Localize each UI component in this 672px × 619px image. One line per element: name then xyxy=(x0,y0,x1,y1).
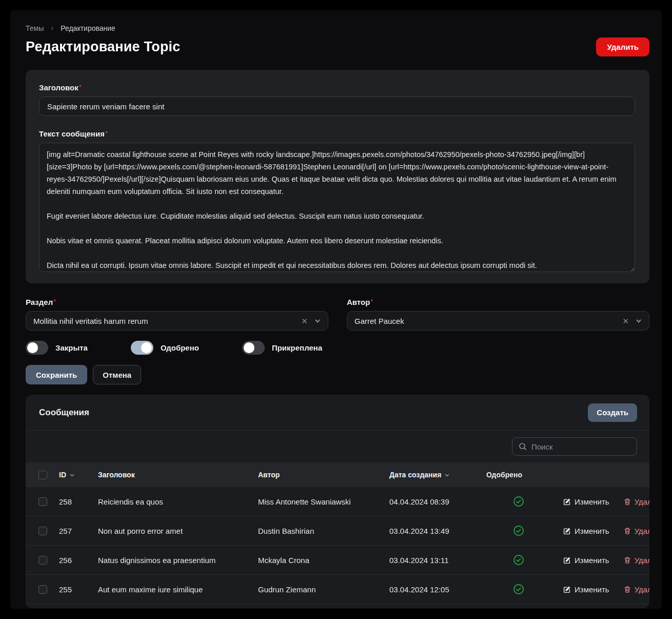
author-select-value: Garret Paucek xyxy=(354,317,622,325)
toggle-closed[interactable]: Закрыта xyxy=(26,341,88,355)
cell-approved xyxy=(486,584,563,595)
clear-icon[interactable]: ✕ xyxy=(301,317,308,325)
toggle-approved[interactable]: Одобрено xyxy=(131,341,199,355)
row-checkbox[interactable] xyxy=(38,585,47,594)
breadcrumb-current: Редактирование xyxy=(61,24,115,32)
author-field-label: Автор xyxy=(347,298,370,306)
edit-icon xyxy=(563,498,571,506)
row-checkbox[interactable] xyxy=(38,497,47,506)
cell-created: 04.04.2024 08:39 xyxy=(389,497,486,506)
edit-message-link[interactable]: Изменить xyxy=(563,497,609,506)
search-row xyxy=(26,431,649,462)
cell-actions: Изменить Удалить xyxy=(563,556,649,565)
cell-actions: Изменить Удалить xyxy=(563,527,649,535)
form-actions: Сохранить Отмена xyxy=(26,365,649,384)
toggle-closed-label: Закрыта xyxy=(55,343,88,352)
page-panel: Темы › Редактирование Редактирование Top… xyxy=(10,10,662,609)
save-button[interactable]: Сохранить xyxy=(26,365,87,384)
table-row: 258 Reiciendis ea quos Miss Antonette Sw… xyxy=(26,487,649,516)
cell-approved xyxy=(486,554,563,566)
delete-message-link[interactable]: Удалить xyxy=(624,527,649,535)
table-row: 255 Aut eum maxime iure similique Gudrun… xyxy=(26,575,649,604)
table-row: 256 Natus dignissimos ea praesentium Mck… xyxy=(26,546,649,575)
edit-icon xyxy=(563,527,571,535)
select-all-checkbox[interactable] xyxy=(38,471,47,479)
create-message-button[interactable]: Создать xyxy=(588,403,637,422)
toggle-pinned-label: Прикреплена xyxy=(272,343,322,352)
title-field-label: Заголовок xyxy=(39,83,78,92)
cell-created: 03.04.2024 13:49 xyxy=(389,527,486,535)
search-input[interactable] xyxy=(531,442,630,451)
delete-message-link[interactable]: Удалить xyxy=(624,497,649,506)
search-box[interactable] xyxy=(512,437,637,456)
chevron-down-icon[interactable] xyxy=(636,318,642,324)
edit-icon xyxy=(563,556,571,564)
title-input[interactable] xyxy=(39,96,635,116)
section-select-value: Mollitia nihil veritatis harum rerum xyxy=(33,317,301,325)
toggle-knob xyxy=(141,342,152,353)
trash-icon xyxy=(624,556,631,564)
section-select[interactable]: Mollitia nihil veritatis harum rerum ✕ xyxy=(26,311,328,331)
cancel-button[interactable]: Отмена xyxy=(93,365,141,384)
delete-message-link[interactable]: Удалить xyxy=(624,556,649,565)
check-circle-icon xyxy=(513,554,524,566)
cell-title: Reiciendis ea quos xyxy=(98,497,258,506)
required-asterisk: * xyxy=(79,83,82,91)
body-textarea[interactable]: [img alt=Dramatic coastal lighthouse sce… xyxy=(39,143,635,272)
trash-icon xyxy=(624,527,631,535)
trash-icon xyxy=(624,498,631,506)
toggle-pinned-switch[interactable] xyxy=(242,341,265,355)
cell-id: 258 xyxy=(59,497,98,506)
cell-actions: Изменить Удалить xyxy=(563,497,649,506)
breadcrumb-chevron-icon: › xyxy=(51,23,53,32)
cell-title: Natus dignissimos ea praesentium xyxy=(98,556,258,565)
edit-message-link[interactable]: Изменить xyxy=(563,527,609,535)
clear-icon[interactable]: ✕ xyxy=(622,317,629,325)
cell-approved xyxy=(486,525,563,536)
edit-icon xyxy=(563,586,571,593)
breadcrumb-topics-link[interactable]: Темы xyxy=(26,24,44,32)
body-field-label: Текст сообщения xyxy=(39,129,105,138)
row-checkbox[interactable] xyxy=(38,527,47,535)
toggle-closed-switch[interactable] xyxy=(26,341,48,355)
section-field: Раздел* Mollitia nihil veritatis harum r… xyxy=(26,298,328,331)
section-field-label: Раздел xyxy=(26,298,53,306)
edit-message-link[interactable]: Изменить xyxy=(563,585,609,594)
check-circle-icon xyxy=(513,525,524,536)
cell-author: Mckayla Crona xyxy=(258,556,389,565)
toggle-knob xyxy=(244,342,254,353)
cell-actions: Изменить Удалить xyxy=(563,585,649,594)
header-title[interactable]: Заголовок xyxy=(98,471,258,479)
cell-author: Dustin Bashirian xyxy=(258,527,389,535)
header-author[interactable]: Автор xyxy=(258,471,389,479)
cell-id: 257 xyxy=(59,527,98,535)
cell-title: Aut eum maxime iure similique xyxy=(98,585,258,594)
author-field: Автор* Garret Paucek ✕ xyxy=(347,298,649,331)
edit-message-link[interactable]: Изменить xyxy=(563,556,609,565)
chevron-down-icon[interactable] xyxy=(314,318,321,324)
header-approved: Одобрено xyxy=(486,471,563,479)
toggles-row: Закрыта Одобрено Прикреплена xyxy=(26,341,649,355)
check-circle-icon xyxy=(513,584,524,595)
cell-approved xyxy=(486,496,563,507)
table-header: ID Заголовок Автор Дата создания Одобрен… xyxy=(26,462,649,487)
header-id[interactable]: ID xyxy=(59,471,98,479)
cell-created: 03.04.2024 12:05 xyxy=(389,585,486,594)
row-checkbox[interactable] xyxy=(38,556,47,565)
breadcrumb: Темы › Редактирование xyxy=(26,24,649,32)
messages-card: Сообщения Создать ID Заголовок Автор Дат… xyxy=(26,395,649,608)
header-created[interactable]: Дата создания xyxy=(389,471,486,479)
delete-message-link[interactable]: Удалить xyxy=(624,585,649,594)
sort-icon[interactable] xyxy=(69,472,75,478)
author-select[interactable]: Garret Paucek ✕ xyxy=(347,311,649,331)
sort-icon[interactable] xyxy=(444,472,450,478)
delete-topic-button[interactable]: Удалить xyxy=(596,37,649,56)
toggle-approved-switch[interactable] xyxy=(131,341,153,355)
messages-header: Сообщения Создать xyxy=(26,395,649,431)
cell-title: Non aut porro error amet xyxy=(98,527,258,535)
required-asterisk: * xyxy=(53,298,56,305)
check-circle-icon xyxy=(513,496,524,507)
search-icon xyxy=(519,442,527,451)
toggle-pinned[interactable]: Прикреплена xyxy=(242,341,322,355)
table-row: 257 Non aut porro error amet Dustin Bash… xyxy=(26,516,649,546)
